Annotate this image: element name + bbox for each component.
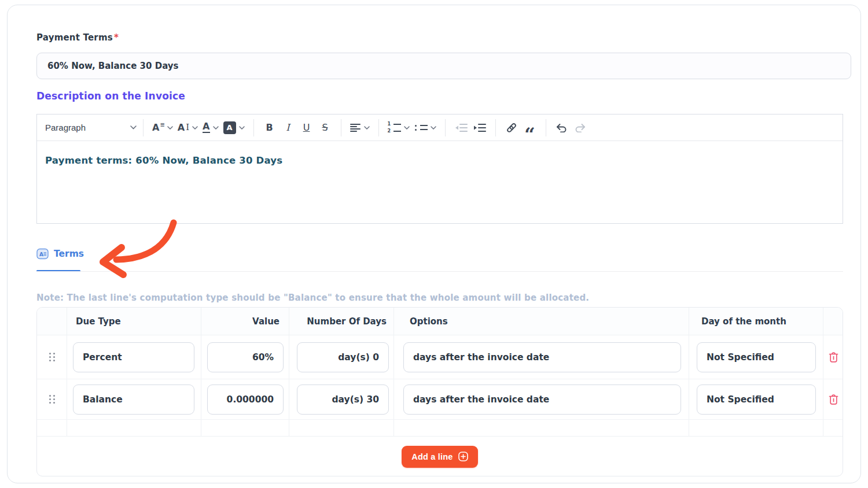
- options-header: Options: [394, 308, 689, 335]
- toolbar-separator: [495, 119, 496, 136]
- number-of-days-header: Number Of Days: [289, 308, 394, 335]
- delete-row-icon[interactable]: [829, 352, 838, 363]
- toolbar-separator: [143, 119, 144, 136]
- toolbar-separator: [253, 119, 254, 136]
- payment-terms-label-text: Payment Terms: [36, 32, 113, 43]
- day-of-month-select[interactable]: Not Specified: [697, 342, 816, 372]
- underline-button[interactable]: U: [299, 119, 314, 137]
- table-footer: Add a line: [37, 436, 843, 476]
- terms-tab-icon: A: [36, 248, 49, 260]
- drag-handle-icon[interactable]: [49, 353, 55, 361]
- add-a-line-label: Add a line: [411, 452, 453, 461]
- undo-icon: [556, 123, 568, 132]
- due-type-select[interactable]: Balance: [73, 385, 194, 415]
- link-icon: [505, 121, 518, 134]
- options-select[interactable]: days after the invoice date: [403, 385, 681, 415]
- indent-button[interactable]: [472, 119, 487, 137]
- text-color-button[interactable]: A: [203, 122, 218, 133]
- indent-icon: [473, 124, 486, 132]
- required-marker: *: [114, 32, 119, 43]
- toolbar-separator: [546, 119, 546, 136]
- undo-button[interactable]: [554, 119, 569, 137]
- options-select[interactable]: days after the invoice date: [403, 342, 681, 372]
- strikethrough-button[interactable]: S: [318, 119, 333, 137]
- plus-icon: [458, 452, 468, 461]
- editor-content-area[interactable]: Payment terms: 60% Now, Balance 30 Days: [37, 141, 843, 180]
- due-type-header: Due Type: [67, 308, 201, 335]
- delete-column-header: [823, 308, 843, 335]
- redo-button[interactable]: [573, 119, 588, 137]
- paragraph-style-select[interactable]: Paragraph: [45, 123, 137, 132]
- blockquote-button[interactable]: “: [523, 119, 538, 137]
- payment-terms-input[interactable]: [36, 53, 851, 79]
- delete-row-icon[interactable]: [829, 394, 838, 405]
- payment-terms-label: Payment Terms*: [36, 32, 119, 43]
- settings-card: Payment Terms* Description on the Invoic…: [7, 5, 861, 483]
- align-left-icon: [350, 124, 361, 132]
- day-of-month-select[interactable]: Not Specified: [697, 385, 816, 415]
- italic-icon: I: [286, 123, 289, 132]
- highlight-color-icon: A: [223, 121, 236, 134]
- font-family-lines-icon: ≡: [160, 121, 164, 128]
- editor-content-text: Payment terms: 60% Now, Balance 30 Days: [45, 155, 834, 166]
- chevron-down-icon: [239, 126, 245, 130]
- font-size-button[interactable]: AI: [178, 123, 198, 132]
- handle-column-header: [37, 308, 67, 335]
- outdent-icon: [455, 124, 468, 132]
- font-size-ibeam-icon: I: [186, 123, 189, 132]
- bullet-list-button[interactable]: [414, 125, 436, 131]
- text-color-icon: A: [203, 122, 209, 133]
- insert-link-button[interactable]: [504, 119, 519, 137]
- value-input[interactable]: 60%: [207, 342, 284, 372]
- outdent-button[interactable]: [454, 119, 469, 137]
- svg-text:A: A: [39, 252, 43, 257]
- ordered-list-button[interactable]: 1 2: [388, 122, 410, 134]
- table-row: Balance 0.000000 day(s) 30 days after th…: [37, 379, 843, 419]
- chevron-down-icon: [364, 126, 370, 130]
- due-type-select[interactable]: Percent: [73, 342, 194, 372]
- description-heading: Description on the Invoice: [36, 90, 185, 102]
- chevron-down-icon: [192, 126, 198, 130]
- toolbar-separator: [341, 119, 341, 136]
- empty-row: [37, 419, 843, 436]
- highlight-color-button[interactable]: A: [223, 121, 245, 134]
- font-family-icon: A: [152, 123, 159, 132]
- font-size-icon: A: [178, 123, 185, 132]
- table-row: Percent 60% day(s) 0 days after the invo…: [37, 335, 843, 379]
- font-family-button[interactable]: A≡: [152, 123, 173, 132]
- tab-terms[interactable]: A Terms: [36, 248, 84, 260]
- chevron-down-icon: [130, 125, 137, 130]
- number-of-days-input[interactable]: day(s) 30: [297, 385, 389, 415]
- bold-icon: B: [266, 123, 273, 132]
- value-header: Value: [201, 308, 289, 335]
- drag-handle-icon[interactable]: [49, 395, 55, 404]
- paragraph-style-label: Paragraph: [45, 123, 86, 132]
- terms-table: Due Type Value Number Of Days Options Da…: [36, 307, 843, 476]
- day-of-month-header: Day of the month: [689, 308, 823, 335]
- chevron-down-icon: [167, 126, 173, 130]
- tab-terms-label: Terms: [54, 249, 84, 259]
- toolbar-separator: [445, 119, 446, 136]
- value-input[interactable]: 0.000000: [207, 385, 284, 415]
- add-a-line-button[interactable]: Add a line: [402, 446, 477, 468]
- editor-toolbar: Paragraph A≡ AI A A B I U: [37, 114, 843, 141]
- bold-button[interactable]: B: [262, 119, 277, 137]
- number-of-days-input[interactable]: day(s) 0: [297, 342, 389, 372]
- chevron-down-icon: [404, 126, 410, 130]
- table-header-row: Due Type Value Number Of Days Options Da…: [37, 308, 843, 335]
- italic-button[interactable]: I: [281, 119, 296, 137]
- redo-icon: [574, 123, 586, 132]
- bullet-list-icon: [414, 125, 428, 131]
- tab-bar-divider: [36, 271, 843, 272]
- invoice-description-editor: Paragraph A≡ AI A A B I U: [36, 114, 843, 224]
- chevron-down-icon: [431, 126, 436, 130]
- chevron-down-icon: [213, 126, 219, 130]
- table-note: Note: The last line's computation type s…: [36, 293, 589, 303]
- underline-icon: U: [303, 123, 310, 132]
- toolbar-separator: [378, 119, 379, 136]
- strikethrough-icon: S: [322, 123, 328, 132]
- text-align-button[interactable]: [350, 124, 370, 132]
- ordered-list-icon: 1 2: [388, 122, 401, 134]
- annotation-arrow-icon: [93, 215, 189, 284]
